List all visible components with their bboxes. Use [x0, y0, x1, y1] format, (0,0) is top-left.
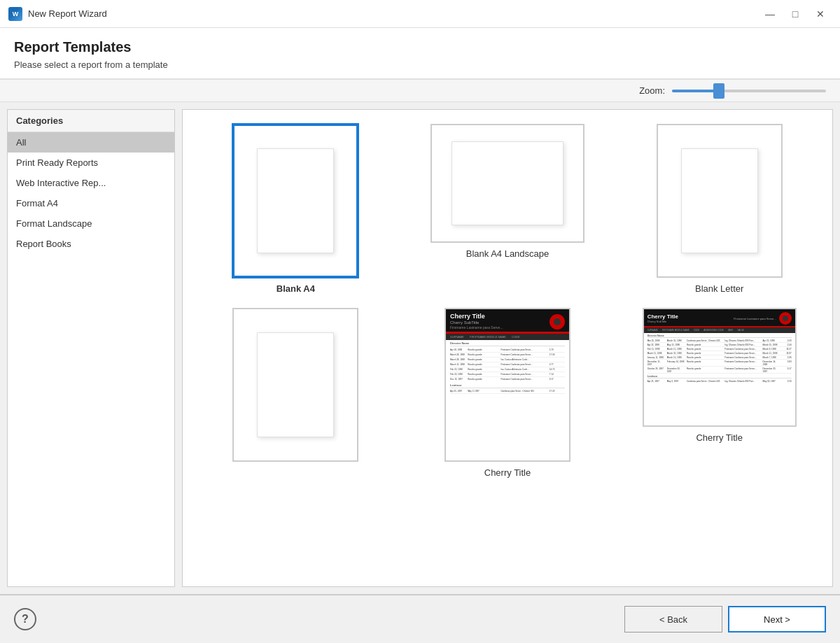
template-preview-blank-a4-landscape[interactable] [430, 124, 584, 243]
blank-landscape-inner [451, 141, 564, 225]
template-name-cherry-landscape: Cherry Title [696, 432, 742, 443]
blank-inner [257, 148, 334, 253]
template-name-cherry-portrait: Cherry Title [484, 467, 531, 478]
cherry-data-row: March 28, 1998 Rancho grande Firstname C… [450, 353, 565, 358]
zoom-slider-container[interactable] [672, 90, 826, 92]
help-button[interactable]: ? [14, 608, 36, 630]
title-bar-controls: — □ ✕ [759, 4, 832, 24]
zoom-label: Zoom: [639, 85, 665, 96]
cherry-title-block: Cherry Title Cherry SubTitle Firstname L… [450, 313, 503, 330]
template-preview-cherry-landscape[interactable]: Cherry Title Cherry SubTitle Firstname L… [643, 308, 797, 427]
templates-panel: Blank A4 Blank A4 Landscape Blank Letter [182, 109, 833, 587]
next-button[interactable]: Next > [728, 606, 826, 633]
sidebar-item-all[interactable]: All [8, 132, 174, 153]
cherry-data-landscape: Director Name Mar 25, 1998 March 31, 199… [644, 333, 795, 384]
cherry-landscape-row: October 26, 1997 December 20, 1997 Ranch… [648, 367, 792, 374]
cherry-data-row: March 11, 1998 Rancho grande Firstname C… [450, 362, 565, 367]
zoom-bar: Zoom: [0, 80, 840, 102]
zoom-track[interactable] [672, 90, 826, 92]
cherry-logo-icon [550, 314, 565, 330]
template-item-blank-letter[interactable]: Blank Letter [620, 124, 818, 294]
cherry-data-row: March 28, 1998 Rancho grande Isa. Castuo… [450, 358, 565, 362]
maximize-button[interactable]: □ [784, 4, 806, 24]
zoom-thumb[interactable] [713, 83, 724, 99]
cherry-header-landscape: Cherry Title Cherry SubTitle Firstname L… [644, 309, 795, 326]
header-section: Report Templates Please select a report … [0, 28, 840, 80]
template-item-blank-a4-landscape[interactable]: Blank A4 Landscape [409, 124, 607, 294]
template-item-cherry-landscape[interactable]: Cherry Title Cherry SubTitle Firstname L… [620, 308, 818, 478]
page-subtitle: Please select a report from a template [14, 59, 826, 70]
main-content: Categories All Print Ready Reports Web I… [0, 102, 840, 594]
zoom-fill [672, 90, 718, 92]
cherry-data-row: Feb 22, 1998 Rancho grande Firstname Car… [450, 372, 565, 377]
blank-2-inner [257, 332, 334, 437]
template-preview-blank-a4[interactable] [232, 124, 358, 278]
cherry-data-row: Feb 22, 1998 Rancho grande Isa. Castuo A… [450, 367, 565, 372]
cherry-title-text: Cherry Title [450, 313, 503, 320]
template-name-blank-a4-landscape: Blank A4 Landscape [466, 248, 550, 259]
sidebar-item-print-ready[interactable]: Print Ready Reports [8, 153, 174, 173]
template-name-blank-letter: Blank Letter [695, 283, 743, 294]
sidebar-item-format-a4[interactable]: Format A4 [8, 193, 174, 213]
sidebar-item-report-books[interactable]: Report Books [8, 234, 174, 254]
close-button[interactable]: ✕ [809, 4, 832, 24]
sidebar-item-format-landscape[interactable]: Format Landscape [8, 213, 174, 234]
blank-letter-inner [681, 148, 758, 253]
templates-grid: Blank A4 Blank A4 Landscape Blank Letter [183, 110, 832, 492]
title-bar: W New Report Wizard — □ ✕ [0, 0, 840, 28]
template-item-cherry-portrait[interactable]: Cherry Title Cherry SubTitle Firstname L… [409, 308, 607, 478]
cherry-data-row: Apr 25, 1997 May 3, 1997 Cardenas para S… [450, 389, 565, 394]
cherry-data-portrait: Director Name Apr 18, 1998 Rancho grande… [446, 340, 569, 395]
app-icon: W [8, 7, 22, 21]
sidebar-item-web-interactive[interactable]: Web Interactive Rep... [8, 173, 174, 193]
cherry-landscape-row: December 11, 1997 February 14, 1998 Ranc… [648, 360, 792, 367]
template-preview-blank-2[interactable] [232, 308, 358, 462]
page-title: Report Templates [14, 39, 826, 55]
categories-panel: Categories All Print Ready Reports Web I… [7, 109, 175, 587]
categories-header: Categories [8, 110, 174, 132]
back-button[interactable]: < Back [624, 606, 722, 633]
minimize-button[interactable]: — [759, 4, 781, 24]
cherry-subheader-landscape: SURNAME FIRSTNAME MIDDLE NAME CODE ADMIS… [644, 327, 795, 333]
template-item-blank-2[interactable] [197, 308, 395, 478]
cherry-header-portrait: Cherry Title Cherry SubTitle Firstname L… [446, 309, 569, 332]
cherry-data-row: Dec 13, 1997 Rancho grande Firstname Car… [450, 377, 565, 381]
title-bar-text: New Report Wizard [28, 8, 759, 19]
template-preview-blank-letter[interactable] [657, 124, 783, 278]
template-item-blank-a4[interactable]: Blank A4 [197, 124, 395, 294]
cherry-meta: Firstname Lastname para Serve... [450, 325, 503, 330]
template-preview-cherry-portrait[interactable]: Cherry Title Cherry SubTitle Firstname L… [444, 308, 570, 462]
bottom-bar: ? < Back Next > [0, 594, 840, 643]
cherry-landscape-row: Apr 25, 1997 May 3, 1997 Cardenas para S… [648, 379, 792, 383]
template-name-blank-a4: Blank A4 [276, 283, 315, 294]
cherry-data-row: Apr 18, 1998 Rancho grande Firstname Car… [450, 348, 565, 353]
cherry-logo-inner [554, 318, 561, 325]
cherry-logo-landscape [779, 312, 792, 325]
cherry-subtitle-text: Cherry SubTitle [450, 320, 503, 325]
cherry-subheader-portrait: SURNAME FIRSTNAME MIDDLE NAME CODE [446, 334, 569, 340]
nav-buttons: < Back Next > [624, 606, 826, 633]
